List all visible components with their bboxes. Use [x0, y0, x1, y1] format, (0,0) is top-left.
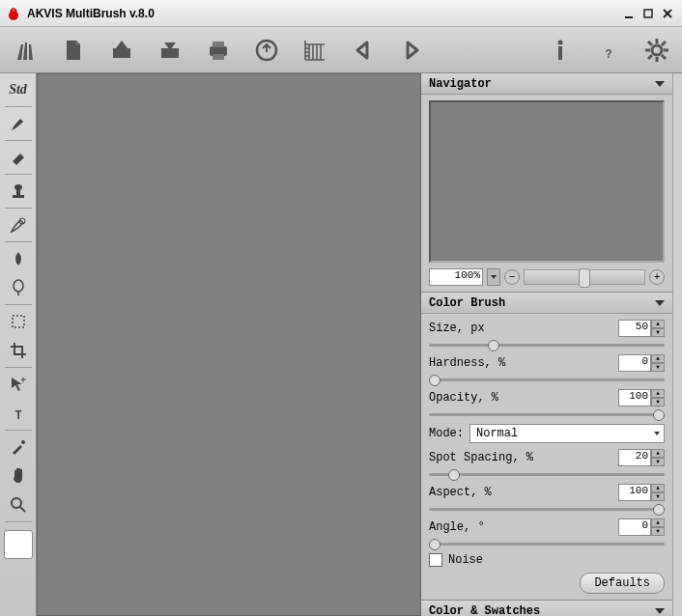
angle-input[interactable]: 0	[618, 518, 651, 536]
opacity-slider[interactable]	[429, 408, 665, 420]
svg-rect-2	[644, 10, 652, 17]
spot-up[interactable]: ▲	[651, 449, 665, 458]
opacity-input[interactable]: 100	[618, 389, 651, 406]
brushes-button[interactable]	[8, 33, 43, 68]
aspect-up[interactable]: ▲	[651, 484, 665, 492]
eyedropper-tool[interactable]	[2, 434, 35, 461]
forward-button[interactable]	[394, 33, 429, 68]
settings-button[interactable]	[639, 33, 674, 68]
save-file-button[interactable]	[153, 33, 187, 68]
hardness-slider[interactable]	[429, 374, 665, 385]
svg-line-17	[648, 42, 652, 45]
hand-tool[interactable]	[2, 462, 35, 490]
swatches-panel: Color & Swatches	[421, 601, 672, 616]
spot-spacing-slider[interactable]	[429, 468, 665, 480]
standard-tools-toggle[interactable]: Std	[2, 76, 35, 103]
history-brush-tool[interactable]	[2, 211, 35, 238]
print-button[interactable]	[201, 33, 236, 68]
size-input[interactable]: 50	[618, 320, 651, 337]
navigator-title: Navigator	[429, 77, 492, 91]
aspect-slider[interactable]	[429, 503, 665, 515]
navigator-panel: Navigator 100% − +	[421, 73, 672, 293]
svg-line-20	[648, 55, 652, 59]
swatches-title: Color & Swatches	[429, 604, 540, 617]
hardness-label: Hardness, %	[429, 356, 505, 370]
svg-point-12	[652, 45, 662, 55]
navigator-preview[interactable]	[429, 100, 665, 263]
eraser-tool[interactable]	[2, 144, 35, 171]
text-tool[interactable]: T	[2, 400, 35, 427]
svg-rect-10	[558, 46, 562, 60]
opacity-up[interactable]: ▲	[651, 389, 665, 398]
collapse-icon	[655, 300, 665, 306]
svg-rect-27	[13, 316, 24, 327]
opacity-down[interactable]: ▼	[651, 398, 665, 406]
mode-value: Normal	[476, 427, 518, 440]
color-brush-title: Color Brush	[429, 296, 505, 310]
move-tool[interactable]	[2, 371, 35, 398]
aspect-input[interactable]: 100	[618, 484, 651, 501]
svg-point-32	[12, 498, 21, 508]
angle-slider[interactable]	[429, 538, 665, 549]
navigator-header[interactable]: Navigator	[421, 73, 672, 95]
defaults-button[interactable]: Defaults	[580, 573, 665, 594]
aspect-label: Aspect, %	[429, 486, 492, 499]
mode-select[interactable]: Normal	[469, 424, 665, 443]
info-button[interactable]	[543, 33, 578, 68]
lighten-tool[interactable]	[2, 274, 35, 301]
canvas-area[interactable]	[37, 73, 421, 616]
color-brush-header[interactable]: Color Brush	[421, 293, 672, 314]
hardness-input[interactable]: 0	[618, 354, 651, 372]
batch-button[interactable]	[298, 33, 332, 68]
brush-tool[interactable]	[2, 110, 35, 137]
svg-point-23	[14, 184, 22, 190]
angle-down[interactable]: ▼	[651, 527, 665, 536]
noise-label: Noise	[448, 553, 483, 567]
spot-spacing-label: Spot Spacing, %	[429, 451, 533, 464]
main-toolbar: ?	[0, 27, 682, 73]
angle-up[interactable]: ▲	[651, 518, 665, 527]
import-button[interactable]	[249, 33, 284, 68]
svg-point-9	[558, 40, 563, 44]
aspect-down[interactable]: ▼	[651, 492, 665, 501]
close-button[interactable]	[659, 6, 676, 21]
stamp-tool[interactable]	[2, 178, 35, 205]
svg-text:T: T	[14, 409, 21, 423]
panel-scrollbar[interactable]	[672, 73, 682, 616]
zoom-value-field[interactable]: 100%	[429, 268, 483, 286]
tool-sidebar: Std T	[0, 73, 37, 616]
swatches-header[interactable]: Color & Swatches	[421, 601, 672, 616]
brush-preview	[4, 530, 33, 559]
chevron-down-icon	[654, 432, 660, 435]
back-button[interactable]	[346, 33, 381, 68]
color-brush-panel: Color Brush Size, px 50▲▼ Hardness, %	[421, 293, 672, 601]
zoom-dropdown[interactable]	[487, 268, 500, 286]
size-slider[interactable]	[429, 339, 665, 350]
minimize-button[interactable]	[620, 6, 638, 21]
open-file-button[interactable]	[104, 33, 139, 68]
collapse-icon	[655, 608, 665, 614]
svg-rect-7	[213, 54, 224, 60]
selection-tool[interactable]	[2, 308, 35, 335]
app-logo-icon	[6, 6, 21, 21]
zoom-slider[interactable]	[524, 269, 645, 285]
size-up[interactable]: ▲	[651, 320, 665, 328]
spot-spacing-input[interactable]: 20	[618, 449, 651, 466]
new-file-button[interactable]	[56, 33, 91, 68]
angle-label: Angle, °	[429, 520, 485, 534]
maximize-button[interactable]	[639, 6, 657, 21]
crop-tool[interactable]	[2, 337, 35, 364]
zoom-in-button[interactable]: +	[649, 269, 665, 285]
svg-rect-6	[213, 42, 224, 47]
zoom-tool[interactable]	[2, 491, 35, 518]
hardness-up[interactable]: ▲	[651, 354, 665, 363]
blur-tool[interactable]	[2, 245, 35, 272]
hardness-down[interactable]: ▼	[651, 363, 665, 372]
svg-text:?: ?	[605, 48, 611, 62]
svg-point-25	[14, 280, 23, 292]
noise-checkbox[interactable]	[429, 553, 442, 567]
zoom-out-button[interactable]: −	[504, 269, 520, 285]
spot-down[interactable]: ▼	[651, 458, 665, 466]
help-button[interactable]: ?	[591, 33, 626, 68]
size-down[interactable]: ▼	[651, 328, 665, 337]
